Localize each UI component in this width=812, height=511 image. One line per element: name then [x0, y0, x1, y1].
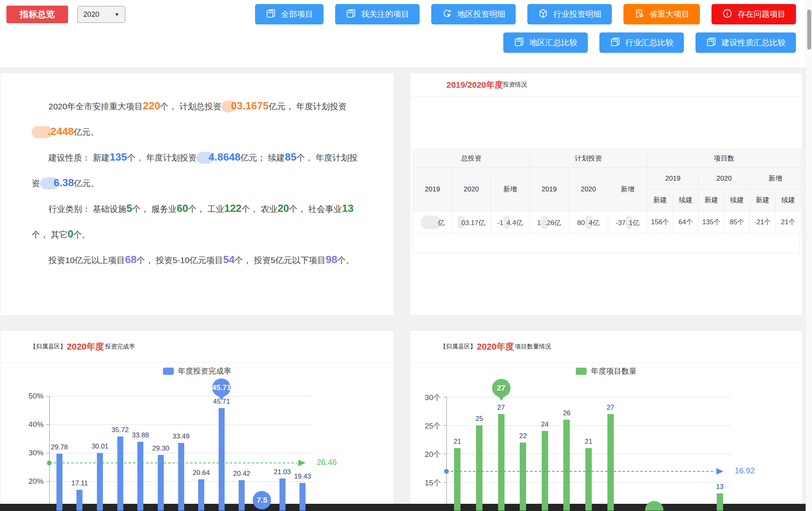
industry-summary-compare-button[interactable]: 行业汇总比较: [599, 32, 684, 53]
bar-value-label: 25: [465, 415, 493, 423]
text-run: 个， 服务业: [132, 204, 177, 213]
table-header-cell: 新建: [750, 189, 776, 211]
text-run: 个。: [338, 256, 354, 265]
table-data-cell: 64个: [673, 211, 699, 233]
bar[interactable]: [198, 479, 204, 511]
table-header-cell: 新增: [491, 168, 530, 211]
button-label: 存在问题项目: [738, 9, 786, 20]
bar[interactable]: [76, 490, 82, 511]
region-investment-detail-button[interactable]: 地区投资明细: [431, 4, 516, 24]
bar[interactable]: [607, 414, 614, 511]
bar-value-label: 30.01: [86, 443, 114, 451]
highlight-number: 122: [224, 202, 241, 214]
text-run: 个， 其它: [32, 230, 68, 239]
bar[interactable]: [476, 425, 482, 511]
table-header-cell: 2019: [413, 168, 452, 211]
bar[interactable]: [279, 479, 285, 511]
bar[interactable]: [219, 408, 225, 511]
button-label: 省重大项目: [649, 9, 689, 20]
highlight-number: 220: [143, 100, 160, 112]
redaction-blob: [541, 215, 548, 229]
my-followed-projects-button[interactable]: 我关注的项目: [335, 4, 420, 24]
axis-tick-mark: [443, 482, 446, 483]
text-run: 个， 社会事: [289, 204, 334, 213]
construction-nature-summary-compare-button[interactable]: 建设性质汇总比较: [695, 32, 796, 53]
bar[interactable]: [717, 493, 723, 511]
bar[interactable]: [97, 453, 103, 511]
average-line-label: 16.92: [735, 466, 755, 475]
overview-paragraph: 建设性质： 新建135个， 年度计划投资4.8648亿元； 续建85个， 年度计…: [32, 145, 362, 196]
average-line: [446, 471, 716, 472]
vertical-scrollbar-thumb[interactable]: [807, 10, 811, 50]
table-data-cell: -21个: [750, 211, 776, 233]
balloon-marker: [645, 501, 663, 511]
completion-rate-chart-panel: 【归属县区】 2020年度 投资完成率 年度投资完成率 50%40%30%20%…: [0, 330, 394, 511]
bar[interactable]: [178, 443, 184, 511]
stack-icon: [346, 8, 356, 21]
provincial-major-projects-button[interactable]: 省重大项目: [623, 4, 700, 24]
bar-value-label: 20.64: [187, 469, 215, 477]
table-header-cell: 续建: [673, 189, 699, 211]
bar-value-label: 27: [597, 404, 625, 412]
y-axis-tick-label: 50%: [18, 392, 44, 400]
average-line-dot: [444, 469, 449, 474]
industry-investment-detail-button[interactable]: 行业投资明细: [527, 4, 612, 24]
problem-projects-button[interactable]: 存在问题项目: [712, 4, 796, 24]
redaction-blob: [585, 215, 592, 229]
axis-tick-mark: [46, 453, 49, 453]
bar-value-label: 21: [575, 438, 603, 446]
year-select[interactable]: 2020 ▼: [77, 6, 125, 23]
bar-value-label: 33.88: [127, 431, 155, 439]
cube-icon: [538, 8, 549, 21]
highlight-number: 135: [110, 151, 127, 163]
table-header-cell: 续建: [724, 189, 750, 211]
text-run: 投资10亿元以上项目: [48, 256, 125, 265]
redaction-blob: [420, 215, 441, 229]
table-data-cell: -14.4亿: [491, 211, 530, 233]
bar[interactable]: [454, 448, 460, 511]
all-projects-button[interactable]: 全部项目: [255, 4, 324, 24]
header-buttons-row-1: 全部项目 我关注的项目 地区投资明细 行业投资明细 省重大项目 存在问题项目: [255, 4, 796, 24]
bar-value-label: 13: [706, 483, 734, 491]
text-run: 建设性质： 新建: [48, 153, 110, 162]
region-refresh-icon: [442, 8, 452, 21]
bar[interactable]: [498, 414, 504, 511]
bar[interactable]: [563, 420, 570, 511]
overview-paragraph: 行业类别： 基础设施5个， 服务业60个， 工业122个， 农业20个， 社会事…: [32, 196, 362, 247]
table-data-cell: 804亿: [569, 211, 608, 233]
bar[interactable]: [520, 443, 526, 511]
table-header-cell: 新建: [699, 189, 724, 211]
bar-value-label: 19.43: [289, 473, 317, 481]
chart-left-canvas: 50%40%30%20%10%29.7817.1130.0135.7233.88…: [0, 331, 394, 511]
bar[interactable]: [239, 480, 245, 511]
overview-button[interactable]: 指标总览: [6, 6, 68, 23]
bar-value-label: 17.11: [66, 479, 94, 487]
region-summary-compare-button[interactable]: 地区汇总比较: [503, 32, 588, 53]
document-star-icon: [634, 8, 645, 21]
balloon-marker-tail: [498, 396, 504, 401]
bar-value-label: 24: [531, 420, 559, 429]
average-line-arrow-icon: [298, 460, 306, 466]
highlight-number: 85: [285, 151, 296, 163]
table-data-cell: 亿: [413, 211, 452, 233]
highlight-number: 6.38: [54, 177, 74, 189]
average-line-arrow-icon: [716, 468, 724, 475]
highlight-number: 13: [342, 202, 354, 214]
bar[interactable]: [585, 448, 592, 511]
y-axis-line: [446, 397, 447, 511]
bar[interactable]: [137, 442, 143, 511]
gridline: [49, 396, 313, 396]
stack-icon: [514, 36, 525, 49]
vertical-scrollbar-track[interactable]: [806, 0, 812, 511]
overview-text: 2020年全市安排重大项目220个， 计划总投资03.1675亿元， 年度计划投…: [0, 73, 394, 273]
table-data-cell: 85个: [724, 211, 750, 233]
bar[interactable]: [117, 437, 123, 511]
table-header-cell: 2019: [647, 168, 699, 189]
bar[interactable]: [56, 454, 62, 511]
overview-paragraph: 2020年全市安排重大项目220个， 计划总投资03.1675亿元， 年度计划投…: [32, 93, 362, 145]
bar[interactable]: [299, 483, 306, 511]
balloon-marker: 45.71: [212, 378, 231, 397]
highlight-number: 54: [223, 253, 235, 266]
text-run: 个， 投资5-10亿元项目: [137, 256, 223, 265]
bar-value-label: 22: [509, 432, 537, 440]
